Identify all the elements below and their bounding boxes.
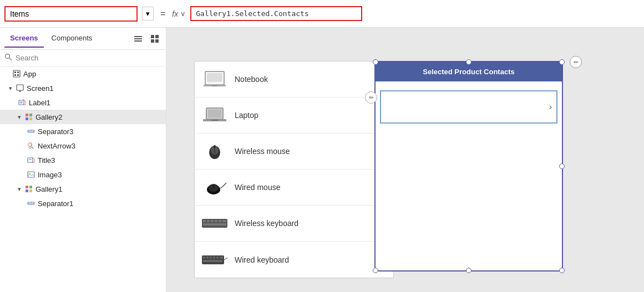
contacts-panel-body: ›: [376, 81, 562, 268]
dropdown-arrow-icon: ▾: [146, 9, 150, 18]
wired-mouse-label: Wired mouse: [235, 183, 377, 192]
gallery-list: Notebook › Laptop ›: [194, 61, 394, 278]
svg-rect-64: [206, 257, 209, 259]
contacts-inner-arrow-icon: ›: [549, 102, 552, 112]
tree-item-separator3[interactable]: Separator3: [0, 124, 166, 139]
handle-bottom-left[interactable]: [373, 268, 378, 273]
svg-rect-42: [212, 85, 217, 86]
tree-item-nextarrow3[interactable]: NextArrow3: [0, 139, 166, 153]
svg-rect-44: [207, 109, 222, 118]
svg-rect-57: [211, 220, 214, 222]
wireless-keyboard-icon: [201, 213, 228, 233]
svg-rect-36: [29, 189, 32, 192]
tab-screens[interactable]: Screens: [4, 29, 44, 48]
svg-rect-3: [151, 35, 154, 38]
list-view-icon[interactable]: [131, 32, 145, 45]
svg-rect-63: [203, 257, 205, 259]
svg-rect-61: [203, 223, 226, 226]
tab-components[interactable]: Components: [46, 29, 98, 48]
tree-label-screen1: Screen1: [27, 84, 161, 93]
tree-arrow-screen1: ▾: [9, 85, 12, 92]
svg-rect-33: [26, 186, 28, 188]
laptop-label: Laptop: [235, 111, 377, 120]
svg-line-8: [9, 58, 12, 61]
tree-label-app: App: [23, 70, 161, 78]
tree-item-separator1[interactable]: Separator1: [0, 196, 166, 211]
contacts-panel: ✏ Selected Product Contacts ›: [374, 61, 563, 271]
gallery-item-notebook[interactable]: Notebook ›: [195, 62, 393, 98]
separator3-icon: [27, 127, 36, 136]
svg-rect-60: [222, 220, 226, 222]
tree-label-gallery1: Gallery1: [36, 185, 161, 193]
fx-chevron: ∨: [180, 9, 186, 18]
tree-label-label1: Label1: [29, 99, 161, 107]
handle-top-center[interactable]: [466, 59, 471, 65]
image3-icon: [27, 170, 36, 179]
svg-rect-67: [216, 257, 219, 259]
svg-rect-58: [215, 220, 217, 222]
handle-bottom-center[interactable]: [466, 268, 471, 273]
search-input[interactable]: [16, 54, 161, 62]
top-bar: ▾ = fx ∨: [0, 0, 644, 28]
gallery-item-wireless-mouse[interactable]: Wireless mouse ›: [195, 134, 393, 170]
left-panel: Screens Components: [0, 28, 166, 292]
dropdown-button[interactable]: ▾: [142, 7, 154, 21]
gallery-item-wired-mouse[interactable]: Wired mouse ›: [195, 170, 393, 206]
tree-item-gallery1[interactable]: ▾ Gallery1: [0, 182, 166, 196]
svg-rect-59: [219, 220, 221, 222]
tree-item-image3[interactable]: Image3: [0, 167, 166, 182]
grid-view-icon[interactable]: [148, 32, 161, 45]
svg-rect-66: [213, 257, 215, 259]
tree-item-label1[interactable]: Label1: [0, 95, 166, 110]
tree-label-image3: Image3: [38, 171, 161, 179]
svg-rect-0: [134, 36, 142, 37]
svg-rect-20: [26, 114, 28, 116]
svg-rect-29: [28, 158, 33, 162]
svg-rect-12: [14, 74, 16, 76]
formula-input[interactable]: [190, 6, 362, 21]
title3-icon: [27, 156, 36, 165]
screen-icon: [16, 84, 24, 93]
tree-item-gallery2[interactable]: ▾ Gallery2: [0, 110, 166, 124]
tree-item-screen1[interactable]: ▾ Screen1: [0, 81, 166, 95]
tree-item-app[interactable]: App: [0, 66, 166, 81]
gallery-item-wireless-keyboard[interactable]: Wireless keyboard ›: [195, 206, 393, 242]
wired-keyboard-label: Wired keyboard: [235, 255, 377, 264]
handle-top-right[interactable]: [559, 59, 565, 65]
tree-label-separator3: Separator3: [38, 127, 161, 136]
svg-rect-40: [207, 73, 222, 82]
tree-label-separator1: Separator1: [38, 199, 161, 208]
contacts-inner-row[interactable]: ›: [380, 90, 557, 124]
handle-top-left[interactable]: [373, 59, 378, 65]
notebook-icon: [201, 69, 228, 89]
handle-bottom-right[interactable]: [559, 268, 565, 273]
svg-point-50: [214, 145, 216, 148]
tree-item-title3[interactable]: Title3: [0, 153, 166, 167]
tree-label-title3: Title3: [38, 156, 161, 165]
gallery2-icon: [24, 112, 33, 121]
svg-rect-1: [134, 38, 142, 39]
svg-rect-22: [26, 117, 28, 120]
search-box: [0, 50, 166, 66]
wireless-mouse-label: Wireless mouse: [235, 147, 377, 156]
svg-rect-14: [17, 85, 23, 90]
svg-rect-68: [220, 257, 223, 259]
label-icon-1: [18, 98, 27, 107]
contacts-panel-header: Selected Product Contacts: [376, 62, 562, 81]
tree-label-nextarrow3: NextArrow3: [38, 142, 161, 150]
gallery1-icon: [24, 185, 33, 193]
main-layout: Screens Components: [0, 28, 644, 292]
svg-rect-69: [203, 260, 222, 262]
items-input[interactable]: [4, 6, 138, 22]
gallery-item-laptop[interactable]: Laptop ›: [195, 98, 393, 134]
gallery-item-wired-keyboard[interactable]: Wired keyboard ›: [195, 242, 393, 278]
fx-icon: fx: [172, 9, 178, 18]
gallery-edit-icon[interactable]: ✏: [365, 91, 377, 104]
svg-rect-6: [155, 39, 159, 43]
svg-rect-11: [17, 71, 19, 73]
svg-rect-13: [17, 74, 19, 76]
handle-mid-right[interactable]: [559, 163, 565, 169]
tree-arrow-gallery2: ▾: [18, 114, 21, 121]
svg-rect-35: [26, 189, 28, 192]
edit-icon[interactable]: ✏: [570, 56, 582, 68]
